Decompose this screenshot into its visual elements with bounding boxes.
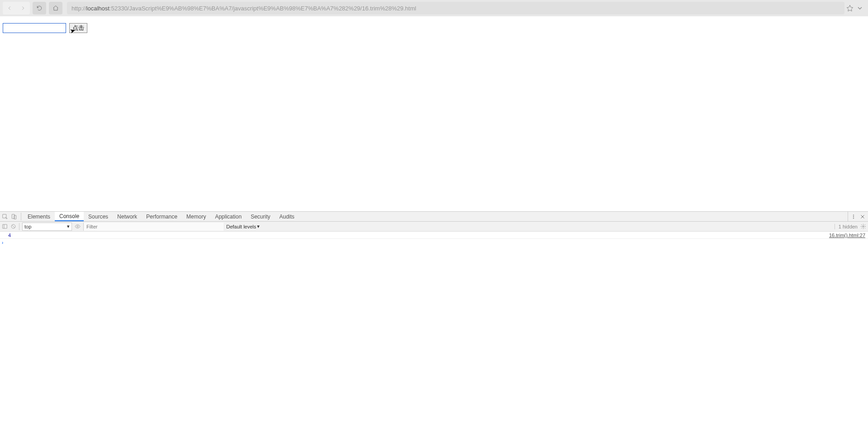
console-row[interactable]: 4 16.trim().html:27 xyxy=(0,232,868,239)
console-prompt-row[interactable]: › xyxy=(0,239,868,246)
click-button[interactable]: 点击 xyxy=(69,23,87,33)
separator xyxy=(19,223,19,230)
url-prefix: http:// xyxy=(72,5,86,12)
reload-icon xyxy=(36,5,43,11)
devtools-left-icons xyxy=(0,212,19,221)
context-select[interactable]: top ▾ xyxy=(22,223,72,231)
url-host: localhost xyxy=(86,5,110,12)
devtools: Elements Console Sources Network Perform… xyxy=(0,211,868,442)
svg-point-3 xyxy=(853,214,854,215)
filter-input[interactable] xyxy=(83,223,224,231)
browser-toolbar: http://localhost:52330/JavaScript%E9%AB%… xyxy=(0,0,868,16)
context-label: top xyxy=(24,224,31,229)
svg-line-9 xyxy=(12,225,15,228)
devtools-right-icons xyxy=(848,212,868,221)
eye-icon[interactable] xyxy=(75,223,81,229)
svg-point-5 xyxy=(853,218,854,219)
tab-memory[interactable]: Memory xyxy=(182,212,210,221)
levels-label: Default levels xyxy=(226,224,256,229)
tab-security[interactable]: Security xyxy=(246,212,275,221)
clear-console-icon[interactable] xyxy=(10,223,16,229)
console-output: 4 16.trim().html:27 › xyxy=(0,232,868,442)
levels-select[interactable]: Default levels ▾ xyxy=(226,223,260,229)
devtools-tabs: Elements Console Sources Network Perform… xyxy=(0,212,868,222)
tab-console[interactable]: Console xyxy=(55,212,84,221)
console-toolbar-right: 1 hidden xyxy=(835,223,866,229)
forward-button[interactable] xyxy=(16,2,30,14)
console-source-link[interactable]: 16.trim().html:27 xyxy=(829,233,865,238)
tab-audits[interactable]: Audits xyxy=(275,212,299,221)
chevron-down-icon[interactable] xyxy=(856,5,863,12)
console-toolbar: top ▾ Default levels ▾ 1 hidden xyxy=(0,222,868,232)
back-button[interactable] xyxy=(3,2,16,14)
reload-button[interactable] xyxy=(33,2,46,14)
home-button[interactable] xyxy=(49,2,62,14)
back-icon xyxy=(6,5,13,11)
page-content: 点击 ➤ xyxy=(0,16,868,211)
forward-icon xyxy=(20,5,26,11)
svg-point-10 xyxy=(77,226,78,227)
sidebar-toggle-icon[interactable] xyxy=(2,223,8,229)
svg-rect-1 xyxy=(12,214,14,218)
tab-network[interactable]: Network xyxy=(113,212,142,221)
home-icon xyxy=(52,5,59,11)
dropdown-icon: ▾ xyxy=(257,223,260,229)
inspect-icon[interactable] xyxy=(2,214,8,220)
dropdown-icon: ▾ xyxy=(67,223,70,229)
gear-icon[interactable] xyxy=(860,223,866,229)
separator xyxy=(21,213,21,220)
svg-point-11 xyxy=(863,226,864,227)
svg-point-4 xyxy=(853,216,854,217)
star-icon[interactable] xyxy=(846,5,854,12)
tab-performance[interactable]: Performance xyxy=(142,212,182,221)
device-toggle-icon[interactable] xyxy=(11,214,17,220)
tab-application[interactable]: Application xyxy=(210,212,246,221)
text-input[interactable] xyxy=(3,23,66,33)
tab-sources[interactable]: Sources xyxy=(84,212,113,221)
url-rest: :52330/JavaScript%E9%AB%98%E7%BA%A7/java… xyxy=(110,5,416,12)
address-bar[interactable]: http://localhost:52330/JavaScript%E9%AB%… xyxy=(67,2,844,14)
more-icon[interactable] xyxy=(851,214,856,219)
console-value: 4 xyxy=(8,233,11,238)
close-icon[interactable] xyxy=(860,214,865,219)
console-prompt: › xyxy=(2,240,3,245)
svg-rect-6 xyxy=(3,224,7,228)
nav-group xyxy=(3,2,30,14)
hidden-count[interactable]: 1 hidden xyxy=(835,224,858,229)
tab-elements[interactable]: Elements xyxy=(23,212,55,221)
toolbar-right xyxy=(846,5,865,12)
